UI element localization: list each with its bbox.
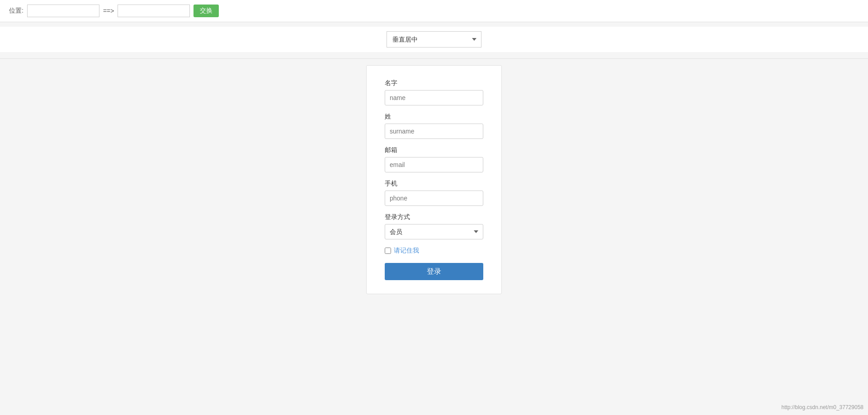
phone-group: 手机 (385, 180, 483, 206)
name-input[interactable] (385, 90, 483, 105)
exchange-button[interactable]: 交换 (193, 5, 219, 17)
email-input[interactable] (385, 157, 483, 172)
position-input-from[interactable] (27, 5, 99, 17)
position-input-to[interactable] (118, 5, 190, 17)
form-container: 名字 姓 邮箱 手机 登录方式 会员 管理员 访客 请记住我 登 (0, 65, 868, 312)
email-group: 邮箱 (385, 146, 483, 172)
email-label: 邮箱 (385, 146, 483, 154)
surname-input[interactable] (385, 124, 483, 139)
login-button[interactable]: 登录 (385, 263, 483, 280)
top-bar: 位置: ==> 交换 (0, 0, 868, 22)
phone-label: 手机 (385, 180, 483, 188)
divider (0, 58, 868, 59)
login-method-label: 登录方式 (385, 213, 483, 221)
remember-me-label[interactable]: 请记住我 (394, 247, 419, 255)
login-method-group: 登录方式 会员 管理员 访客 (385, 213, 483, 239)
position-label: 位置: (9, 7, 24, 15)
remember-me-checkbox[interactable] (385, 248, 391, 254)
align-select[interactable]: 垂直居中 顶部对齐 底部对齐 (387, 31, 481, 48)
align-bar: 垂直居中 顶部对齐 底部对齐 (0, 27, 868, 52)
surname-label: 姓 (385, 113, 483, 121)
name-group: 名字 (385, 79, 483, 105)
remember-me-group: 请记住我 (385, 247, 483, 255)
form-card: 名字 姓 邮箱 手机 登录方式 会员 管理员 访客 请记住我 登 (366, 65, 502, 294)
login-method-select[interactable]: 会员 管理员 访客 (385, 224, 483, 239)
name-label: 名字 (385, 79, 483, 87)
watermark: http://blog.csdn.net/m0_37729058 (782, 404, 863, 410)
phone-input[interactable] (385, 191, 483, 206)
surname-group: 姓 (385, 113, 483, 139)
arrow-label: ==> (103, 7, 114, 14)
